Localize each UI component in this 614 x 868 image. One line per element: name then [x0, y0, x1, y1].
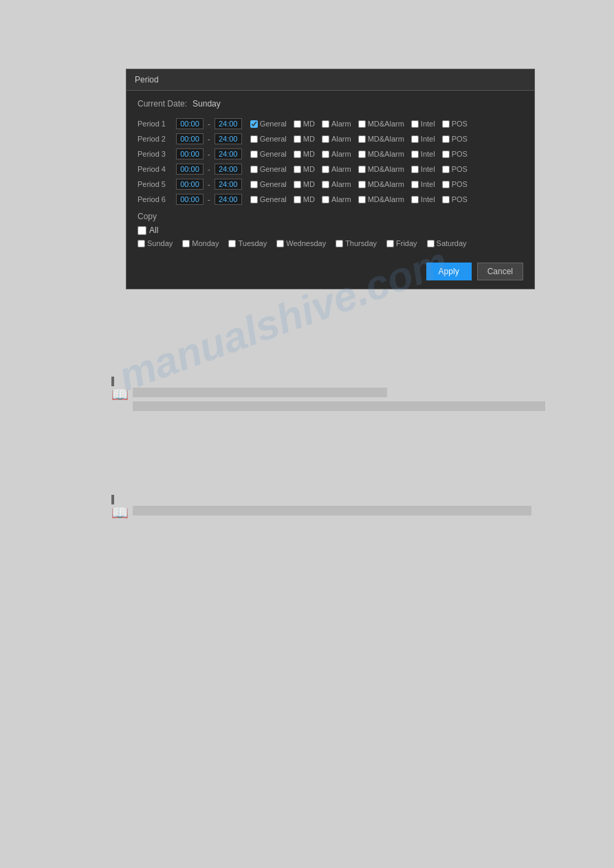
period-2-mdalarm-item: MD&Alarm: [358, 135, 404, 143]
period-5-md-checkbox[interactable]: [294, 181, 301, 188]
period-3-separator: -: [208, 150, 210, 158]
period-6-end-input[interactable]: [215, 194, 242, 205]
period-6-mdalarm-checkbox[interactable]: [358, 196, 366, 203]
note-section-2: 📖: [111, 495, 531, 520]
period-3-general-checkbox[interactable]: [250, 151, 258, 158]
period-1-md-checkbox[interactable]: [294, 120, 301, 128]
period-6-md-checkbox[interactable]: [294, 196, 301, 203]
period-3-intel-checkbox[interactable]: [411, 151, 419, 158]
period-2-md-item: MD: [294, 135, 315, 143]
apply-button[interactable]: Apply: [426, 263, 472, 280]
copy-day-wednesday-checkbox[interactable]: [276, 240, 284, 247]
period-4-general-label: General: [260, 165, 287, 173]
period-2-alarm-label: Alarm: [331, 135, 351, 143]
period-3-md-checkbox[interactable]: [294, 151, 301, 158]
period-4-md-checkbox[interactable]: [294, 166, 301, 173]
period-2-end-input[interactable]: [215, 133, 242, 144]
period-4-pos-label: POS: [452, 165, 468, 173]
period-4-mdalarm-label: MD&Alarm: [368, 165, 404, 173]
copy-day-monday-checkbox[interactable]: [182, 240, 190, 247]
cancel-button[interactable]: Cancel: [477, 263, 523, 280]
period-2-general-item: General: [250, 135, 287, 143]
period-6-md-label: MD: [303, 195, 315, 203]
period-1-mdalarm-label: MD&Alarm: [368, 120, 404, 128]
period-2-alarm-checkbox[interactable]: [322, 135, 329, 143]
period-4-alarm-checkbox[interactable]: [322, 166, 329, 173]
period-3-general-label: General: [260, 150, 287, 158]
current-date-label: Current Date:: [138, 99, 187, 109]
period-1-intel-item: Intel: [411, 120, 435, 128]
period-3-alarm-checkbox[interactable]: [322, 151, 329, 158]
copy-day-monday-item: Monday: [182, 239, 219, 247]
copy-day-sunday-item: Sunday: [138, 239, 173, 247]
period-1-general-checkbox[interactable]: [250, 120, 258, 128]
period-5-start-input[interactable]: [176, 179, 204, 190]
copy-day-thursday-item: Thursday: [336, 239, 377, 247]
period-1-general-label: General: [260, 120, 287, 128]
period-3-mdalarm-item: MD&Alarm: [358, 150, 404, 158]
copy-day-sunday-label: Sunday: [147, 239, 173, 247]
period-3-pos-checkbox[interactable]: [442, 151, 450, 158]
period-2-pos-checkbox[interactable]: [442, 135, 450, 143]
copy-all-checkbox[interactable]: [138, 226, 146, 235]
copy-day-thursday-label: Thursday: [345, 239, 377, 247]
period-3-end-input[interactable]: [215, 148, 242, 159]
period-4-end-input[interactable]: [215, 164, 242, 175]
period-1-intel-checkbox[interactable]: [411, 120, 419, 128]
period-4-md-item: MD: [294, 165, 315, 173]
copy-day-sunday-checkbox[interactable]: [138, 240, 145, 247]
period-1-general-item: General: [250, 120, 287, 128]
period-3-mdalarm-checkbox[interactable]: [358, 151, 366, 158]
period-4-pos-checkbox[interactable]: [442, 166, 450, 173]
period-6-alarm-checkbox[interactable]: [322, 196, 329, 203]
period-4-md-label: MD: [303, 165, 315, 173]
copy-day-friday-checkbox[interactable]: [386, 240, 394, 247]
period-2-md-checkbox[interactable]: [294, 135, 301, 143]
period-5-intel-checkbox[interactable]: [411, 181, 419, 188]
period-5-md-label: MD: [303, 180, 315, 188]
period-6-general-item: General: [250, 195, 287, 203]
period-6-intel-checkbox[interactable]: [411, 196, 419, 203]
period-5-alarm-checkbox[interactable]: [322, 181, 329, 188]
period-4-mdalarm-checkbox[interactable]: [358, 166, 366, 173]
copy-day-thursday-checkbox[interactable]: [336, 240, 343, 247]
note-bars-2: [133, 506, 531, 515]
period-6-general-checkbox[interactable]: [250, 196, 258, 203]
period-1-alarm-checkbox[interactable]: [322, 120, 329, 128]
copy-day-tuesday-checkbox[interactable]: [228, 240, 236, 247]
period-4-start-input[interactable]: [176, 164, 204, 175]
period-5-mdalarm-label: MD&Alarm: [368, 180, 404, 188]
period-5-intel-item: Intel: [411, 180, 435, 188]
period-1-pos-checkbox[interactable]: [442, 120, 450, 128]
period-5-mdalarm-checkbox[interactable]: [358, 181, 366, 188]
copy-day-saturday-checkbox[interactable]: [427, 240, 435, 247]
book-icon-2: 📖: [111, 506, 129, 520]
period-5-pos-checkbox[interactable]: [442, 181, 450, 188]
period-3-mdalarm-label: MD&Alarm: [368, 150, 404, 158]
period-4-pos-item: POS: [442, 165, 468, 173]
period-2-intel-checkbox[interactable]: [411, 135, 419, 143]
period-4-general-checkbox[interactable]: [250, 166, 258, 173]
period-1-start-input[interactable]: [176, 118, 204, 129]
period-1-end-input[interactable]: [215, 118, 242, 129]
period-4-mdalarm-item: MD&Alarm: [358, 165, 404, 173]
period-6-start-input[interactable]: [176, 194, 204, 205]
period-1-mdalarm-item: MD&Alarm: [358, 120, 404, 128]
period-5-alarm-item: Alarm: [322, 180, 351, 188]
period-2-mdalarm-checkbox[interactable]: [358, 135, 366, 143]
period-2-intel-item: Intel: [411, 135, 435, 143]
period-row-4: Period 4 - General MD Alarm: [138, 164, 523, 175]
period-2-start-input[interactable]: [176, 133, 204, 144]
period-1-mdalarm-checkbox[interactable]: [358, 120, 366, 128]
period-5-general-checkbox[interactable]: [250, 181, 258, 188]
period-5-end-input[interactable]: [215, 179, 242, 190]
period-6-pos-checkbox[interactable]: [442, 196, 450, 203]
period-1-intel-label: Intel: [421, 120, 435, 128]
period-3-start-input[interactable]: [176, 148, 204, 159]
period-4-intel-checkbox[interactable]: [411, 166, 419, 173]
period-5-md-item: MD: [294, 180, 315, 188]
period-5-pos-item: POS: [442, 180, 468, 188]
period-4-alarm-label: Alarm: [331, 165, 351, 173]
period-2-general-checkbox[interactable]: [250, 135, 258, 143]
period-3-pos-label: POS: [452, 150, 468, 158]
